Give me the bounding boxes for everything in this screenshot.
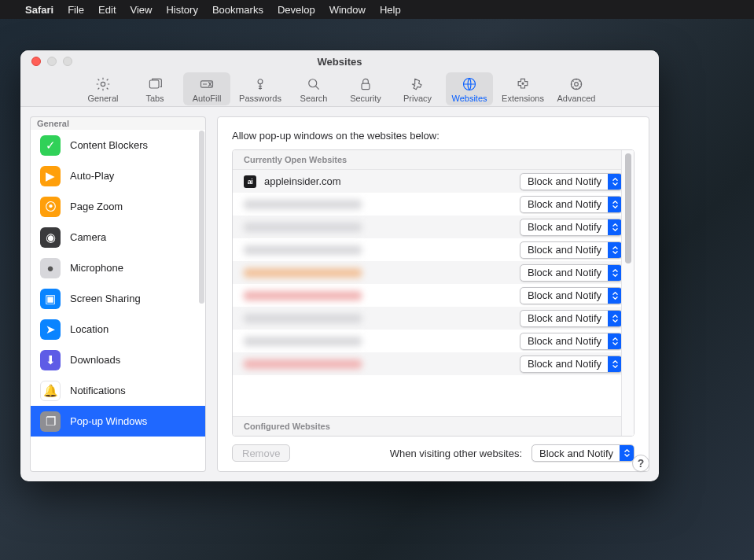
sidebar-item-page-zoom[interactable]: ⦿Page Zoom [31,191,205,222]
toolbar-label: AutoFill [193,94,222,103]
toolbar-autofill[interactable]: AutoFill [183,72,230,105]
main-panel: Allow pop-up windows on the websites bel… [217,116,649,472]
website-policy-dropdown[interactable]: Block and Notify [520,196,623,213]
dropdown-handle-icon [620,445,634,461]
sidebar-item-popups[interactable]: ❐Pop-up Windows [31,406,205,437]
website-policy-dropdown[interactable]: Block and Notify [520,264,623,282]
sidebar-item-label: Auto-Play [70,170,114,182]
favicon-icon: ai [244,175,256,188]
footer-label: When visiting other websites: [390,448,522,459]
website-policy-value: Block and Notify [528,198,608,210]
sidebar-scrollbar[interactable] [199,131,204,304]
sidebar-item-label: Screen Sharing [70,293,141,304]
website-policy-dropdown[interactable]: Block and Notify [520,219,623,236]
toolbar-label: Tabs [145,94,164,103]
website-policy-dropdown[interactable]: Block and Notify [520,287,623,304]
toolbar-label: General [87,94,118,103]
website-policy-dropdown[interactable]: Block and Notify [520,356,623,373]
dropdown-handle-icon [608,333,622,349]
toolbar-tabs[interactable]: Tabs [131,72,178,105]
website-row[interactable]: Block and Notify [233,216,634,238]
website-policy-value: Block and Notify [528,358,608,370]
website-row[interactable]: Block and Notify [233,352,634,375]
toolbar-label: Privacy [403,94,432,103]
app-name[interactable]: Safari [25,4,53,16]
toolbar-label: Advanced [557,94,596,103]
dropdown-handle-icon [608,311,622,326]
toolbar-general[interactable]: General [79,72,127,105]
toolbar-label: Passwords [239,94,281,103]
website-row[interactable]: Block and Notify [233,330,634,352]
svg-point-9 [575,82,579,86]
sidebar-item-camera[interactable]: ◉Camera [31,222,205,252]
minimize-window-button[interactable] [47,57,57,66]
sidebar-item-notifications[interactable]: 🔔Notifications [31,375,205,406]
website-row[interactable]: aiappleinsider.comBlock and Notify [233,170,634,193]
website-hostname-redacted [244,268,362,278]
website-row[interactable]: Block and Notify [233,261,634,284]
sidebar-item-content-blockers[interactable]: ✓Content Blockers [31,130,205,160]
website-hostname-redacted [244,291,362,300]
sidebar-item-screen-sharing[interactable]: ▣Screen Sharing [31,283,205,314]
remove-button[interactable]: Remove [232,444,290,462]
dropdown-handle-icon [608,219,622,235]
website-policy-dropdown[interactable]: Block and Notify [520,310,623,327]
website-policy-dropdown[interactable]: Block and Notify [520,241,623,259]
toolbar-passwords[interactable]: Passwords [235,72,285,105]
toolbar-security[interactable]: Security [342,72,389,105]
website-policy-value: Block and Notify [528,244,608,256]
sidebar-item-microphone[interactable]: ●Microphone [31,252,205,283]
toolbar-extensions[interactable]: Extensions [498,72,548,105]
auto-play-icon: ▶ [40,166,61,186]
sidebar-list[interactable]: ✓Content Blockers▶Auto-Play⦿Page Zoom◉Ca… [30,130,206,472]
website-policy-dropdown[interactable]: Block and Notify [520,173,623,190]
sidebar-item-label: Downloads [70,354,120,366]
microphone-icon: ● [40,258,61,278]
sidebar-item-downloads[interactable]: ⬇Downloads [31,344,205,375]
menu-view[interactable]: View [131,4,153,16]
listbox-scrollbar-thumb[interactable] [625,153,631,263]
website-policy-value: Block and Notify [528,267,608,278]
website-row[interactable]: Block and Notify [233,307,634,330]
sidebar-item-label: Microphone [70,262,123,274]
svg-point-4 [309,79,317,87]
default-policy-dropdown[interactable]: Block and Notify [531,444,634,462]
menu-develop[interactable]: Develop [278,4,315,16]
dropdown-handle-icon [608,242,622,258]
menu-help[interactable]: Help [380,4,401,16]
menu-history[interactable]: History [166,4,197,16]
website-row[interactable]: Block and Notify [233,193,634,216]
menu-bookmarks[interactable]: Bookmarks [212,4,263,16]
website-row[interactable]: Block and Notify [233,284,634,307]
macos-menubar: Safari File Edit View History Bookmarks … [0,0,754,19]
toolbar-websites[interactable]: Websites [446,72,493,105]
close-window-button[interactable] [31,57,41,66]
search-icon [306,76,322,93]
website-policy-dropdown[interactable]: Block and Notify [520,333,623,350]
websites-icon [462,76,477,93]
website-row[interactable]: Block and Notify [233,238,634,261]
content-blockers-icon: ✓ [40,135,61,156]
main-heading: Allow pop-up windows on the websites bel… [232,130,634,142]
menu-window[interactable]: Window [329,4,366,16]
menu-file[interactable]: File [68,4,84,16]
toolbar-label: Extensions [502,94,544,103]
menu-edit[interactable]: Edit [98,4,116,16]
zoom-window-button[interactable] [63,57,72,66]
camera-icon: ◉ [40,227,61,248]
help-button[interactable]: ? [632,455,649,472]
svg-point-7 [522,83,524,84]
website-policy-value: Block and Notify [528,335,608,347]
website-rows: aiappleinsider.comBlock and NotifyBlock … [233,170,634,416]
website-hostname-redacted [244,359,362,369]
website-hostname: appleinsider.com [264,175,341,187]
extensions-icon [515,76,531,93]
sidebar-item-location[interactable]: ➤Location [31,314,205,344]
toolbar-advanced[interactable]: Advanced [553,72,600,105]
website-hostname-redacted [244,200,362,209]
listbox-scrollbar-track[interactable] [621,150,634,436]
sidebar-item-auto-play[interactable]: ▶Auto-Play [31,160,205,191]
toolbar-search[interactable]: Search [290,72,337,105]
toolbar-privacy[interactable]: Privacy [394,72,441,105]
popups-icon: ❐ [40,411,61,432]
